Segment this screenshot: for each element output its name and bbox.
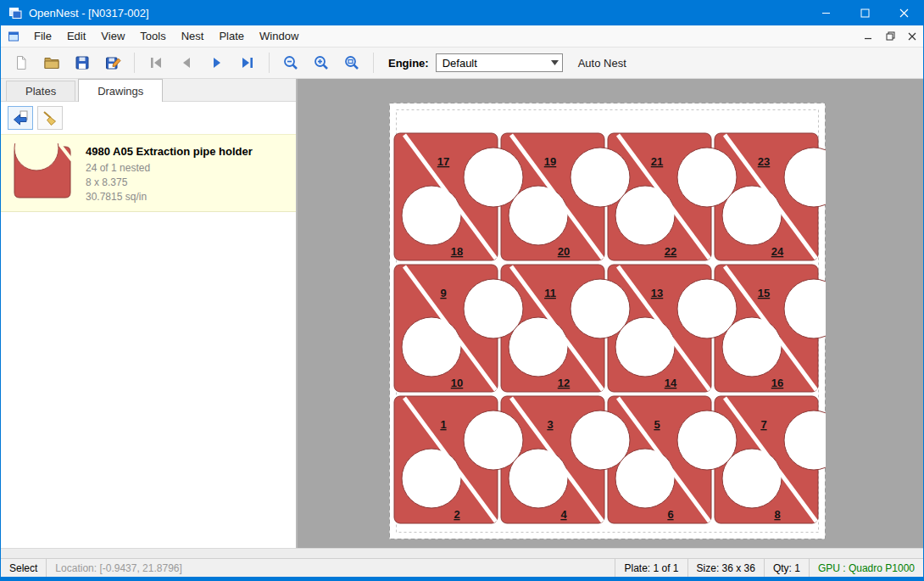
horizontal-scrollbar[interactable]	[1, 548, 923, 558]
part-number: 17	[437, 155, 449, 168]
nav-first-button[interactable]	[141, 50, 171, 75]
zoom-out-icon	[282, 54, 299, 71]
part-cutout	[722, 186, 782, 245]
nav-prev-button[interactable]	[171, 50, 202, 75]
part-cutout	[509, 186, 568, 245]
status-size: Size: 36 x 36	[688, 559, 765, 577]
part-number: 21	[651, 155, 663, 168]
part-number: 16	[771, 377, 783, 389]
part-cutout	[615, 449, 675, 508]
save-as-button[interactable]	[97, 50, 128, 75]
part-number: 7	[760, 418, 766, 431]
part-cutout	[402, 186, 461, 245]
toolbar-separator	[373, 53, 374, 73]
next-plate-icon	[209, 54, 225, 71]
open-button[interactable]	[36, 50, 67, 75]
auto-nest-button[interactable]: Auto Nest	[578, 57, 626, 70]
last-plate-icon	[239, 54, 256, 71]
mdi-close-button[interactable]	[901, 27, 923, 46]
broom-icon	[42, 109, 58, 126]
drawing-title: 4980 A05 Extraction pipe holder	[86, 145, 253, 158]
clear-drawings-button[interactable]	[37, 106, 63, 130]
part-number: 4	[560, 508, 567, 521]
new-button[interactable]	[6, 50, 36, 75]
status-plate: Plate: 1 of 1	[615, 559, 687, 577]
nav-last-button[interactable]	[232, 50, 263, 75]
part-number: 12	[558, 377, 570, 389]
engine-value: Default	[443, 57, 551, 70]
part-number: 3	[547, 418, 553, 431]
part-number: 20	[558, 245, 570, 258]
part-number: 9	[440, 287, 446, 299]
nested-parts-layer: 171819202122232491011121314151612345678	[394, 133, 826, 523]
zoom-out-button[interactable]	[276, 50, 306, 75]
part-number: 22	[665, 245, 676, 258]
status-gpu: GPU : Quadro P1000	[810, 559, 923, 577]
part-cutout	[402, 317, 461, 377]
nav-next-button[interactable]	[202, 50, 232, 75]
part-cutout	[509, 317, 568, 377]
app-icon	[8, 6, 22, 20]
tab-plates[interactable]: Plates	[6, 81, 75, 101]
drawing-thumbnail	[9, 142, 75, 203]
part-number: 19	[544, 155, 556, 168]
zoom-in-button[interactable]	[306, 50, 337, 75]
previous-plate-icon	[178, 54, 195, 71]
drawing-nested-count: 24 of 1 nested	[86, 161, 253, 176]
zoom-fit-button[interactable]	[337, 50, 367, 75]
document-icon[interactable]	[8, 31, 19, 42]
part-cutout	[509, 449, 568, 508]
menu-item-file[interactable]: File	[26, 26, 59, 46]
part-number: 15	[758, 287, 770, 299]
drawing-list-item[interactable]: 4980 A05 Extraction pipe holder 24 of 1 …	[1, 134, 296, 212]
menu-item-nest[interactable]: Nest	[174, 26, 212, 46]
open-folder-icon	[43, 54, 60, 71]
tab-drawings[interactable]: Drawings	[78, 79, 163, 102]
menu-item-edit[interactable]: Edit	[59, 26, 93, 46]
mdi-restore-button[interactable]	[879, 27, 901, 46]
part-number: 10	[451, 377, 463, 389]
part-number: 23	[758, 155, 770, 168]
zoom-fit-icon	[343, 54, 360, 71]
part-cutout	[722, 449, 782, 508]
arrow-left-icon	[12, 109, 29, 126]
part-number: 6	[667, 508, 673, 521]
part-number: 2	[454, 508, 459, 521]
window-title: OpenNest - [N0317-002]	[29, 7, 149, 20]
save-button[interactable]	[67, 50, 97, 75]
nest-canvas[interactable]: 171819202122232491011121314151612345678	[298, 79, 923, 548]
menu-item-window[interactable]: Window	[252, 26, 306, 46]
close-button[interactable]	[884, 0, 923, 25]
menu-item-tools[interactable]: Tools	[132, 26, 173, 46]
part-cutout	[615, 317, 675, 377]
first-plate-icon	[148, 54, 164, 71]
status-mode: Select	[1, 559, 47, 577]
part-cutout	[615, 186, 675, 245]
part-cutout	[722, 317, 782, 377]
part-number: 24	[771, 245, 784, 258]
part-number: 18	[451, 245, 463, 258]
window-bottom-border	[1, 577, 923, 581]
app-window: OpenNest - [N0317-002] File Edit View To…	[0, 0, 924, 581]
zoom-in-icon	[313, 54, 330, 71]
part-cutout	[402, 449, 461, 508]
chevron-down-icon	[551, 60, 559, 65]
engine-select[interactable]: Default	[436, 53, 563, 72]
menu-item-plate[interactable]: Plate	[211, 26, 252, 46]
status-location: Location: [-0.9437, 21.8796]	[47, 559, 190, 577]
menu-item-view[interactable]: View	[93, 26, 132, 46]
new-file-icon	[13, 54, 30, 71]
sidebar: Plates Drawings	[1, 79, 298, 548]
save-edit-icon	[104, 54, 121, 71]
status-bar: Select Location: [-0.9437, 21.8796] Plat…	[1, 558, 923, 577]
save-icon	[74, 54, 91, 71]
status-qty: Qty: 1	[765, 559, 810, 577]
replace-drawing-button[interactable]	[8, 106, 33, 130]
sidebar-tabbar: Plates Drawings	[1, 79, 296, 102]
maximize-button[interactable]	[845, 0, 884, 25]
minimize-button[interactable]	[806, 0, 845, 25]
mdi-minimize-button[interactable]	[857, 27, 879, 46]
plate-svg: 171819202122232491011121314151612345678	[389, 103, 826, 539]
part-number: 13	[651, 287, 663, 299]
toolbar-separator	[134, 53, 135, 73]
